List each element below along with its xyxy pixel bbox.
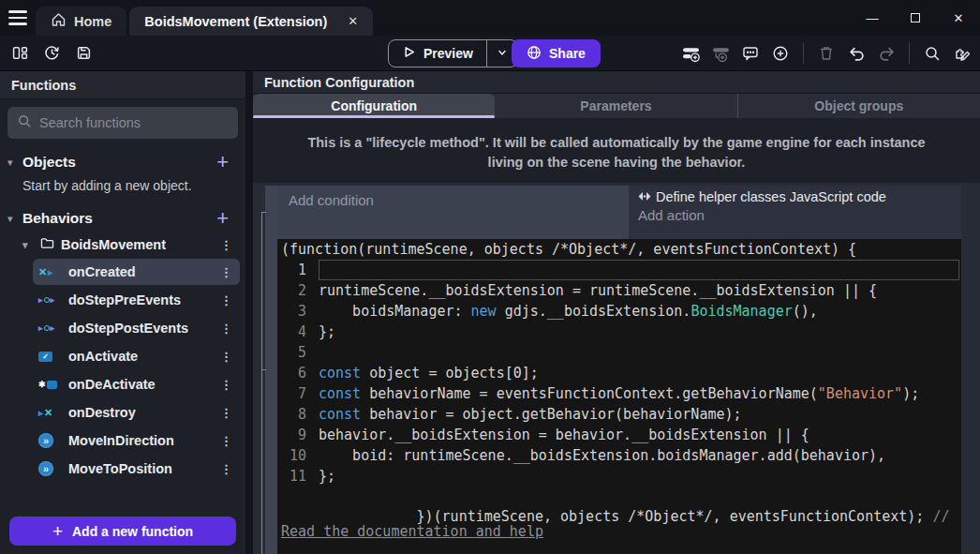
function-menu-button[interactable]: ⋮	[216, 378, 236, 392]
save-icon	[76, 45, 92, 61]
main-menu-button[interactable]	[0, 0, 36, 36]
undo-button[interactable]	[844, 41, 869, 66]
function-item-onDeActivate[interactable]: ✱ onDeActivate ⋮	[33, 371, 240, 397]
function-name: doStepPreEvents	[68, 292, 181, 307]
preview-button-group: Preview	[388, 39, 518, 67]
chevron-down-icon[interactable]: ▾	[22, 239, 34, 251]
add-function-label: Add a new function	[72, 524, 193, 539]
function-menu-button[interactable]: ⋮	[216, 434, 236, 448]
tab-home-label: Home	[74, 14, 111, 29]
toolbar: Preview Share	[0, 36, 980, 71]
code-line-4[interactable]: 4};	[277, 322, 961, 342]
close-tab-button[interactable]: ✕	[348, 14, 358, 28]
function-item-doStepPostEvents[interactable]: ▸▸ doStepPostEvents ⋮	[33, 315, 240, 341]
function-menu-button[interactable]: ⋮	[216, 462, 236, 476]
add-object-button[interactable]: +	[211, 154, 234, 171]
play-icon	[402, 45, 416, 62]
code-line-5[interactable]: 5	[277, 342, 961, 363]
code-line-9[interactable]: 9behavior.__boidsExtension = behavior.__…	[277, 425, 961, 445]
add-sub-event-button[interactable]	[708, 41, 733, 66]
function-menu-button[interactable]: ⋮	[216, 350, 236, 364]
code-line-1[interactable]: 1	[277, 260, 961, 280]
panel-divider[interactable]	[245, 71, 253, 554]
share-button[interactable]: Share	[512, 39, 601, 67]
events-sheet: Add condition Define helper classes Java…	[253, 183, 980, 554]
add-event-button[interactable]	[678, 41, 703, 66]
home-icon	[51, 12, 67, 30]
toolbar-right-group	[678, 41, 974, 66]
js-code-editor[interactable]: (function(runtimeScene, objects /*Object…	[277, 239, 961, 554]
event-content: Add condition Define helper classes Java…	[277, 186, 961, 554]
code-line-3[interactable]: 3 boidsManager: new gdjs.__boidsExtensio…	[277, 301, 961, 322]
maximize-button[interactable]	[894, 0, 937, 36]
function-menu-button[interactable]: ⋮	[216, 265, 236, 279]
comment-icon	[742, 45, 759, 62]
add-action-button[interactable]: Add action	[638, 207, 952, 223]
code-line-10[interactable]: 10 boid: runtimeScene.__boidsExtension.b…	[277, 445, 961, 466]
function-item-onActivate[interactable]: ✓ onActivate ⋮	[33, 343, 240, 369]
globe-icon	[527, 45, 542, 63]
search-functions-input[interactable]	[39, 115, 229, 130]
tab-home[interactable]: Home	[36, 7, 126, 36]
function-item-MoveInDirection[interactable]: » MoveInDirection ⋮	[33, 427, 240, 454]
add-event-icon	[682, 45, 700, 63]
edit-extension-button[interactable]	[950, 41, 974, 66]
js-event-title-row[interactable]: Define helper classes JavaScript code	[638, 189, 952, 204]
add-behavior-button[interactable]: +	[211, 210, 234, 227]
code-line-6[interactable]: 6const object = objects[0];	[277, 363, 961, 383]
code-line-8[interactable]: 8const behavior = object.getBehavior(beh…	[277, 404, 961, 425]
minimize-button[interactable]: —	[851, 0, 894, 36]
code-comment-token: //	[932, 508, 958, 525]
version-history-button[interactable]	[39, 41, 64, 66]
panels-icon	[12, 45, 28, 61]
tab-parameters[interactable]: Parameters	[495, 94, 736, 118]
plus-circle-icon	[772, 45, 789, 62]
event-drag-handle[interactable]	[265, 186, 277, 554]
chevron-down-icon[interactable]: ▾	[7, 213, 22, 225]
redo-button[interactable]	[874, 41, 898, 66]
function-menu-button[interactable]: ⋮	[216, 406, 236, 420]
function-menu-button[interactable]: ⋮	[216, 322, 236, 336]
open-project-manager-button[interactable]	[7, 41, 32, 66]
search-functions-box[interactable]	[7, 107, 238, 139]
add-function-button[interactable]: + Add a new function	[9, 517, 236, 546]
code-line-11[interactable]: 11};	[277, 466, 961, 487]
save-project-button[interactable]	[71, 41, 96, 66]
folder-menu-button[interactable]: ⋮	[216, 238, 236, 252]
tab-boidsmovement-extension[interactable]: BoidsMovement (Extension) ✕	[129, 7, 373, 36]
toolbar-left-group	[0, 41, 96, 66]
lifecycle-step-icon: ▸▸	[38, 323, 61, 333]
chevron-down-icon	[497, 45, 508, 62]
function-item-onDestroy[interactable]: ▸✕ onDestroy ⋮	[33, 399, 240, 426]
documentation-link[interactable]: Read the documentation and help	[281, 523, 543, 540]
function-item-MoveToPosition[interactable]: » MoveToPosition ⋮	[33, 456, 240, 482]
code-line-2[interactable]: 2runtimeScene.__boidsExtension = runtime…	[277, 280, 961, 301]
function-name: onDeActivate	[68, 377, 156, 392]
function-name: onCreated	[68, 264, 136, 279]
event-actions-column: Define helper classes JavaScript code Ad…	[629, 186, 961, 239]
add-comment-button[interactable]	[738, 41, 763, 66]
tab-object-groups[interactable]: Object groups	[737, 94, 980, 118]
function-item-onCreated[interactable]: ✕▸ onCreated ⋮	[33, 259, 240, 285]
lifecycle-description-block: This is a "lifecycle method". It will be…	[253, 118, 980, 183]
function-item-doStepPreEvents[interactable]: ▸▸ doStepPreEvents ⋮	[33, 287, 240, 313]
lifecycle-step-icon: ▸▸	[38, 295, 61, 305]
code-line-7[interactable]: 7const behaviorName = eventsFunctionCont…	[277, 383, 961, 404]
preview-button[interactable]: Preview	[389, 40, 486, 67]
event-header: Add condition Define helper classes Java…	[277, 186, 961, 239]
js-code-event[interactable]: Add condition Define helper classes Java…	[265, 186, 961, 554]
delete-selection-button[interactable]	[814, 41, 839, 66]
event-selection-bracket	[259, 212, 265, 554]
tab-configuration[interactable]: Configuration	[253, 94, 495, 118]
search-icon	[924, 45, 941, 62]
code-arrows-icon	[638, 189, 651, 204]
function-menu-button[interactable]: ⋮	[216, 293, 236, 307]
plus-icon: +	[52, 521, 63, 542]
add-other-event-button[interactable]	[768, 41, 793, 66]
search-events-button[interactable]	[920, 41, 944, 66]
function-name: onDestroy	[68, 405, 136, 420]
add-condition-button[interactable]: Add condition	[277, 186, 629, 239]
behavior-folder-boidsmovement[interactable]: ▾ BoidsMovement ⋮	[0, 232, 245, 257]
close-window-button[interactable]: ✕	[937, 0, 980, 36]
chevron-down-icon[interactable]: ▾	[7, 157, 22, 169]
